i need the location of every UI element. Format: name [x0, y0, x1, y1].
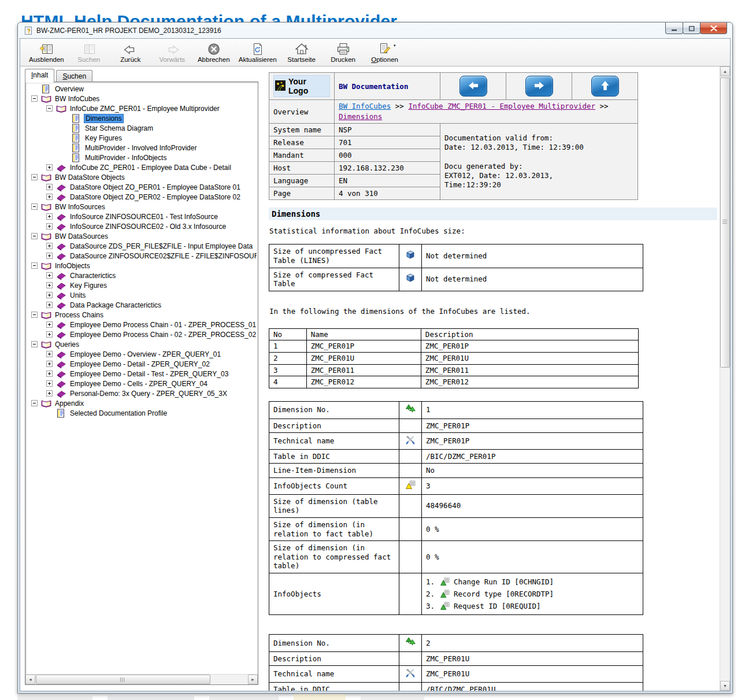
- expand-plus-icon[interactable]: [46, 351, 53, 357]
- expand-plus-icon[interactable]: [46, 390, 53, 397]
- expand-plus-icon[interactable]: [46, 184, 53, 190]
- tree-item[interactable]: InfoSource ZINFOSOURCE02 - Old 3.x Infos…: [25, 221, 257, 231]
- tree-item[interactable]: Overview: [25, 84, 257, 94]
- scroll-down-icon[interactable]: ▼: [720, 681, 730, 691]
- breadcrumb-link[interactable]: BW InfoCubes: [339, 102, 391, 110]
- scrollbar-thumb[interactable]: [720, 77, 730, 368]
- tree-item[interactable]: Units: [25, 290, 257, 300]
- tree-item[interactable]: BW InfoSources: [25, 202, 257, 212]
- toolbar-button-drucken[interactable]: Drucken: [323, 39, 364, 66]
- tree-item[interactable]: BW InfoCubes: [25, 94, 257, 103]
- expand-plus-icon[interactable]: [46, 380, 53, 387]
- tree-item[interactable]: Key Figures: [25, 133, 257, 143]
- expand-plus-icon[interactable]: [46, 321, 53, 328]
- tree-item[interactable]: Queries: [25, 339, 257, 349]
- tree-item[interactable]: Employee Demo - Detail - ZPER_QUERY_02: [25, 359, 257, 369]
- tab-suchen[interactable]: Suchen: [56, 70, 92, 82]
- tree-item[interactable]: Employee Demo Process Chain - 01 - ZPER_…: [25, 320, 257, 329]
- collapse-minus-icon[interactable]: [46, 105, 53, 112]
- scroll-left-icon[interactable]: ◄: [25, 675, 35, 684]
- expand-plus-icon[interactable]: [46, 253, 53, 259]
- collapse-minus-icon[interactable]: [31, 341, 38, 347]
- toolbar-button-aktualisieren[interactable]: Aktualisieren: [235, 39, 281, 66]
- pane-splitter[interactable]: [260, 66, 265, 691]
- tree-item[interactable]: MultiProvider - InfoObjects: [25, 153, 257, 162]
- expand-plus-icon[interactable]: [46, 194, 53, 200]
- tree-item[interactable]: Employee Demo - Overview - ZPER_QUERY_01: [25, 349, 257, 359]
- tree-item[interactable]: Process Chains: [25, 310, 257, 320]
- scroll-right-icon[interactable]: ►: [248, 675, 258, 684]
- tree-item-label: DataStore Object ZO_PER02 - Employee Dat…: [69, 193, 242, 201]
- tree-item-label: Units: [69, 291, 87, 299]
- expand-plus-icon[interactable]: [46, 331, 53, 338]
- tree-item[interactable]: DataSource ZINFOSOURCE02$ZFILE - ZFILE$Z…: [25, 251, 257, 261]
- tree-item[interactable]: Employee Demo - Detail - Test - ZPER_QUE…: [25, 369, 257, 379]
- toolbar-button-zur-ck[interactable]: Zurück: [110, 39, 151, 66]
- column-header: No: [269, 328, 307, 340]
- expand-plus-icon[interactable]: [46, 302, 53, 308]
- titlebar[interactable]: ? BW-ZMC-PER01_HR PROJEKT DEMO_20130312_…: [18, 23, 732, 38]
- toolbar-button-startseite[interactable]: Startseite: [281, 39, 323, 66]
- expand-plus-icon[interactable]: [46, 164, 53, 171]
- toolbar-button-ausblenden[interactable]: Ausblenden: [25, 39, 68, 66]
- tree-item[interactable]: DataStore Object ZO_PER01 - Employee Dat…: [25, 182, 257, 192]
- collapse-minus-icon[interactable]: [31, 312, 38, 318]
- tree-item[interactable]: DataStore Object ZO_PER02 - Employee Dat…: [25, 192, 257, 202]
- expand-plus-icon[interactable]: [46, 361, 53, 367]
- toolbar-button-abbrechen[interactable]: Abbrechen: [193, 39, 235, 66]
- expand-plus-icon[interactable]: [46, 223, 53, 229]
- tree-item[interactable]: Key Figures: [25, 280, 257, 290]
- tree-item[interactable]: Employee Demo Process Chain - 02 - ZPER_…: [25, 329, 257, 339]
- content-vertical-scrollbar[interactable]: ▲ ▼: [720, 66, 730, 691]
- breadcrumb-link[interactable]: Dimensions: [339, 112, 382, 121]
- tree-item[interactable]: Star Schema Diagram: [25, 123, 257, 133]
- tree-item[interactable]: InfoSource ZINFOSOURCE01 - Test InfoSour…: [25, 212, 257, 221]
- minimize-button[interactable]: [665, 23, 683, 34]
- tree-item[interactable]: Employee Demo - Cells - ZPER_QUERY_04: [25, 379, 257, 388]
- tree-item[interactable]: MultiProvider - Involved InfoProvider: [25, 143, 257, 153]
- expand-plus-icon[interactable]: [46, 272, 53, 279]
- collapse-minus-icon[interactable]: [31, 174, 38, 180]
- detail-icon-cell: [399, 433, 422, 450]
- nav-up-button[interactable]: [591, 76, 619, 97]
- tree-item[interactable]: DataSource ZDS_PER_FILE$ZFILE - Input Em…: [25, 241, 257, 251]
- breadcrumb-link[interactable]: InfoCube ZMC_PER01 - Employee Multiprovi…: [408, 102, 595, 110]
- toolbar-button-suchen[interactable]: Suchen: [68, 39, 110, 66]
- tree-item[interactable]: Personal-Demo: 3x Query - ZPER_QUERY_05_…: [25, 388, 257, 398]
- detail-value: 3: [422, 478, 643, 495]
- collapse-minus-icon[interactable]: [31, 233, 38, 239]
- tree-item[interactable]: InfoCube ZC_PER01 - Employee Data Cube -…: [25, 162, 257, 172]
- close-button[interactable]: [700, 23, 727, 34]
- collapse-minus-icon[interactable]: [31, 400, 38, 406]
- collapse-minus-icon[interactable]: [31, 203, 38, 210]
- toolbar-button-optionen[interactable]: ▾Optionen: [364, 39, 406, 66]
- scroll-up-icon[interactable]: ▲: [720, 66, 730, 76]
- nav-back-button[interactable]: [459, 76, 487, 97]
- page-icon: [71, 124, 81, 133]
- expand-plus-icon[interactable]: [46, 282, 53, 288]
- collapse-minus-icon[interactable]: [31, 262, 38, 269]
- expand-plus-icon[interactable]: [46, 371, 53, 377]
- toolbar-button-vorw-rts[interactable]: Vorwärts: [151, 39, 193, 66]
- maximize-button[interactable]: [683, 23, 700, 34]
- book-closed-icon: [56, 192, 66, 202]
- tree-item[interactable]: Data Package Characterictics: [25, 300, 257, 310]
- tree-item[interactable]: InfoCube ZMC_PER01 - Employee Multiprovi…: [25, 103, 257, 113]
- expand-plus-icon[interactable]: [46, 292, 53, 298]
- tree-item[interactable]: BW DataSources: [25, 231, 257, 241]
- tree-item[interactable]: Selected Documentation Profile: [25, 408, 257, 418]
- tree-horizontal-scrollbar[interactable]: ◄ ►: [25, 674, 258, 684]
- book-closed-icon: [56, 242, 66, 251]
- tree-item[interactable]: Characterictics: [25, 271, 257, 280]
- expand-plus-icon[interactable]: [46, 243, 53, 249]
- tree-item[interactable]: BW DataStore Objects: [25, 172, 257, 182]
- tree-item[interactable]: Appendix: [25, 398, 257, 408]
- nav-forward-button[interactable]: [525, 76, 553, 97]
- tab-inhalt[interactable]: Inhalt: [25, 69, 54, 83]
- tree-item-label: DataSource ZDS_PER_FILE$ZFILE - Input Em…: [69, 242, 254, 250]
- scrollbar-thumb[interactable]: [36, 675, 210, 684]
- tree-item[interactable]: InfoObjects: [25, 261, 257, 271]
- tree-item[interactable]: Dimensions: [25, 113, 257, 123]
- collapse-minus-icon[interactable]: [31, 95, 38, 102]
- expand-plus-icon[interactable]: [46, 213, 53, 220]
